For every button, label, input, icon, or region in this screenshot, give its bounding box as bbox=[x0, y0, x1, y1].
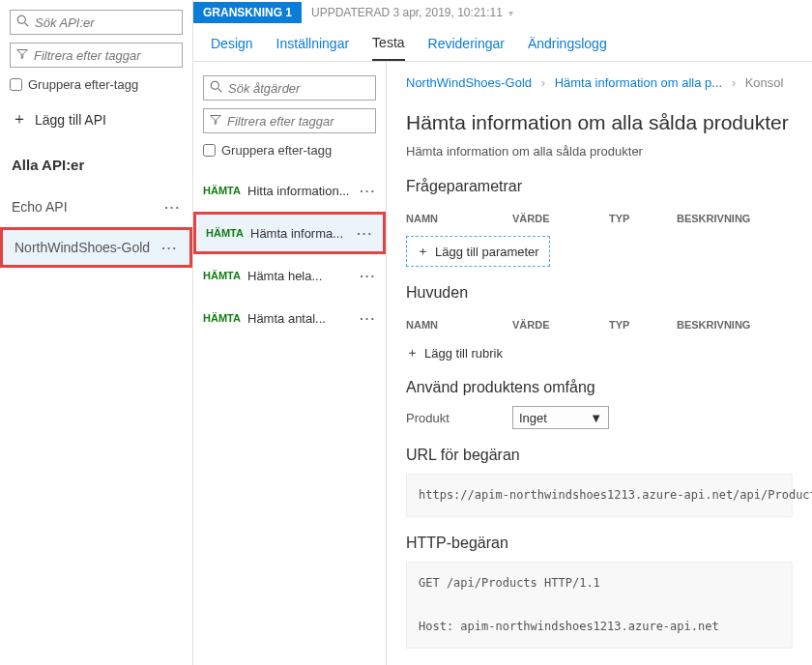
filter-ops-box[interactable] bbox=[203, 108, 376, 133]
search-ops-input[interactable] bbox=[228, 81, 369, 96]
plus-icon: ＋ bbox=[417, 243, 429, 260]
operation-item[interactable]: HÄMTA Hitta information... ··· bbox=[193, 169, 386, 212]
request-url-block: https://apim-northwindshoes1213.azure-ap… bbox=[406, 474, 793, 517]
filter-icon bbox=[16, 48, 28, 63]
detail-pane: NorthWindShoes-Gold › Hämta information … bbox=[387, 62, 812, 665]
more-icon[interactable]: ··· bbox=[164, 200, 181, 215]
search-icon bbox=[210, 80, 222, 96]
breadcrumb-api[interactable]: NorthWindShoes-Gold bbox=[406, 75, 532, 90]
col-value: VÄRDE bbox=[512, 319, 609, 331]
product-scope-heading: Använd produktens omfång bbox=[406, 379, 793, 396]
more-icon[interactable]: ··· bbox=[354, 226, 373, 241]
params-table-header: NAMN VÄRDE TYP BESKRIVNING bbox=[406, 205, 793, 232]
group-by-tag-checkbox[interactable] bbox=[10, 78, 22, 91]
product-scope-row: Produkt Inget ▼ bbox=[406, 406, 793, 429]
revision-bar: GRANSKNING 1 UPPDATERAD 3 apr, 2019, 10:… bbox=[193, 0, 812, 25]
http-method-badge: HÄMTA bbox=[203, 185, 247, 196]
add-parameter-button[interactable]: ＋ Lägg till parameter bbox=[406, 236, 550, 267]
operation-label: Hämta hela... bbox=[247, 269, 357, 283]
query-params-heading: Frågeparametrar bbox=[406, 178, 793, 195]
group-by-tag-toggle[interactable]: Gruppera efter-tagg bbox=[10, 77, 183, 92]
tab-revisions[interactable]: Revideringar bbox=[428, 25, 505, 61]
breadcrumb-operation[interactable]: Hämta information om alla p... bbox=[555, 75, 722, 90]
chevron-down-icon: ▼ bbox=[590, 411, 602, 425]
filter-icon bbox=[210, 114, 221, 129]
col-type: TYP bbox=[609, 213, 677, 224]
col-desc: BESKRIVNING bbox=[677, 319, 793, 331]
api-item-label: NorthWindShoes-Gold bbox=[14, 240, 150, 255]
product-select-value: Inget bbox=[519, 411, 547, 425]
http-method-badge: HÄMTA bbox=[206, 227, 250, 239]
updated-timestamp: UPPDATERAD 3 apr, 2019, 10:21:11 bbox=[311, 6, 503, 19]
http-request-heading: HTTP-begäran bbox=[406, 535, 793, 552]
more-icon[interactable]: ··· bbox=[357, 269, 376, 283]
tab-test[interactable]: Testa bbox=[372, 25, 404, 61]
add-header-button[interactable]: ＋ Lägg till rubrik bbox=[406, 344, 793, 361]
product-select[interactable]: Inget ▼ bbox=[512, 406, 609, 429]
ops-group-by-tag-toggle[interactable]: Gruppera efter-tagg bbox=[203, 143, 376, 158]
ops-group-by-tag-checkbox[interactable] bbox=[203, 144, 216, 157]
http-request-block: GET /api/Products HTTP/1.1 Host: apim-no… bbox=[406, 562, 793, 649]
chevron-right-icon: › bbox=[541, 75, 545, 90]
api-sidebar: Gruppera efter-tagg ＋ Lägg till API Alla… bbox=[0, 0, 193, 665]
breadcrumb-console: Konsol bbox=[745, 75, 784, 90]
operation-label: Hämta informa... bbox=[250, 226, 350, 241]
plus-icon: ＋ bbox=[12, 109, 27, 130]
svg-line-3 bbox=[218, 89, 222, 93]
svg-line-1 bbox=[25, 23, 29, 27]
plus-icon: ＋ bbox=[406, 344, 419, 361]
more-icon[interactable]: ··· bbox=[357, 311, 376, 326]
operation-label: Hitta information... bbox=[247, 184, 357, 198]
page-subtitle: Hämta information om alla sålda produkte… bbox=[406, 144, 793, 159]
operation-item[interactable]: HÄMTA Hämta hela... ··· bbox=[193, 254, 386, 297]
http-method-badge: HÄMTA bbox=[203, 270, 247, 281]
main-tabs: Design Inställningar Testa Revideringar … bbox=[193, 25, 812, 62]
filter-tags-input[interactable] bbox=[34, 48, 176, 63]
api-item-northwind[interactable]: NorthWindShoes-Gold ··· bbox=[0, 227, 192, 268]
tab-changelog[interactable]: Ändringslogg bbox=[528, 25, 607, 61]
more-icon[interactable]: ··· bbox=[161, 241, 178, 255]
http-method-badge: HÄMTA bbox=[203, 312, 247, 324]
operation-item[interactable]: HÄMTA Hämta informa... ··· bbox=[193, 212, 386, 254]
headers-table-header: NAMN VÄRDE TYP BESKRIVNING bbox=[406, 311, 793, 338]
tab-settings[interactable]: Inställningar bbox=[276, 25, 350, 61]
api-item-label: Echo API bbox=[12, 199, 68, 215]
search-icon bbox=[16, 14, 29, 30]
product-label: Produkt bbox=[406, 411, 512, 425]
page-title: Hämta information om alla sålda produkte… bbox=[406, 111, 793, 134]
revision-badge[interactable]: GRANSKNING 1 bbox=[193, 2, 302, 23]
add-api-button[interactable]: ＋ Lägg till API bbox=[12, 109, 181, 130]
api-item-echo[interactable]: Echo API ··· bbox=[0, 187, 192, 227]
add-api-label: Lägg till API bbox=[35, 112, 106, 128]
svg-point-0 bbox=[17, 15, 25, 23]
chevron-right-icon: › bbox=[732, 75, 736, 90]
col-name: NAMN bbox=[406, 213, 512, 224]
operation-item[interactable]: HÄMTA Hämta antal... ··· bbox=[193, 297, 386, 339]
headers-heading: Huvuden bbox=[406, 284, 793, 302]
svg-point-2 bbox=[211, 81, 218, 89]
breadcrumb: NorthWindShoes-Gold › Hämta information … bbox=[406, 75, 793, 90]
col-value: VÄRDE bbox=[512, 213, 609, 224]
add-header-label: Lägg till rubrik bbox=[424, 346, 503, 361]
all-apis-heading: Alla API:er bbox=[12, 157, 181, 173]
col-type: TYP bbox=[609, 319, 677, 331]
filter-ops-input[interactable] bbox=[227, 114, 369, 129]
more-icon[interactable]: ··· bbox=[357, 184, 376, 198]
tab-design[interactable]: Design bbox=[211, 25, 253, 61]
search-ops-box[interactable] bbox=[203, 75, 376, 101]
filter-tags-box[interactable] bbox=[10, 43, 183, 68]
search-apis-input[interactable] bbox=[35, 15, 176, 30]
group-by-tag-label: Gruppera efter-tagg bbox=[28, 77, 138, 92]
ops-group-by-tag-label: Gruppera efter-tagg bbox=[221, 143, 332, 158]
add-parameter-label: Lägg till parameter bbox=[435, 245, 539, 259]
chevron-down-icon[interactable]: ▾ bbox=[508, 8, 513, 18]
operation-label: Hämta antal... bbox=[247, 311, 357, 326]
operations-column: Gruppera efter-tagg HÄMTA Hitta informat… bbox=[193, 62, 387, 665]
col-name: NAMN bbox=[406, 319, 512, 331]
col-desc: BESKRIVNING bbox=[677, 213, 793, 224]
main-area: GRANSKNING 1 UPPDATERAD 3 apr, 2019, 10:… bbox=[193, 0, 812, 665]
search-apis-box[interactable] bbox=[10, 10, 183, 35]
main-body: Gruppera efter-tagg HÄMTA Hitta informat… bbox=[193, 62, 812, 665]
request-url-heading: URL för begäran bbox=[406, 447, 793, 464]
